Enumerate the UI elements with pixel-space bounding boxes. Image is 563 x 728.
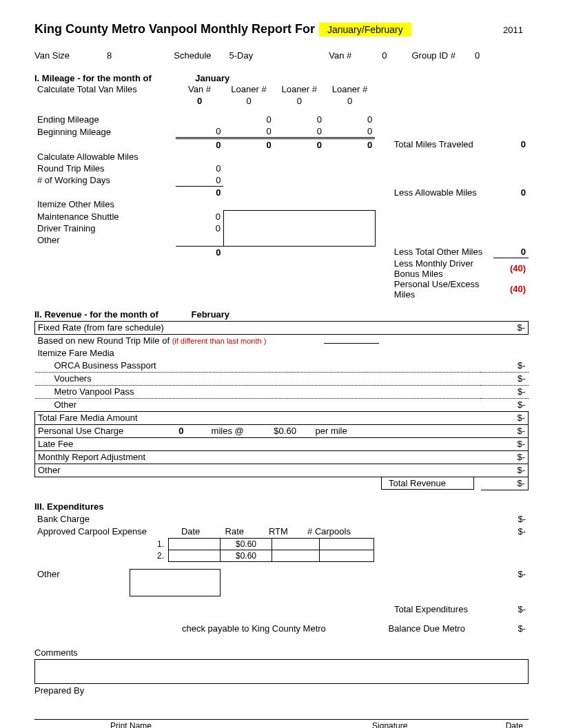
row2-rate: $0.60 — [221, 550, 272, 561]
miles-at-label: miles @ — [212, 426, 244, 436]
col-loaner-2: Loaner # — [274, 83, 325, 95]
sum-l1: 0 — [223, 138, 274, 152]
beg-l3: 0 — [325, 125, 375, 138]
rtm-col: RTM — [258, 526, 299, 537]
orca-amt: $- — [481, 360, 528, 373]
excess-val: (40) — [493, 279, 529, 300]
less-allow-label: Less Allowable Miles — [391, 187, 493, 199]
row1-num: 1. — [154, 538, 169, 550]
schedule-value: 5-Day — [229, 50, 254, 61]
mileage-table: Calculate Total Van Miles Van # Loaner #… — [34, 83, 529, 300]
personal-label: Personal Use Charge — [38, 426, 123, 436]
ending-label: Ending Mileage — [34, 114, 176, 125]
pass-label: Metro Vanpool Pass — [35, 385, 482, 398]
schedule-label: Schedule — [174, 50, 211, 61]
exp-other-label: Other — [37, 569, 127, 579]
bank-amt: $- — [482, 513, 529, 526]
per-mile-label: per mile — [316, 426, 347, 436]
group-id-label: Group ID # — [411, 50, 455, 61]
revenue-table: Fixed Rate (from fare schedule) $- Based… — [34, 321, 529, 490]
rtm-label: Round Trip Miles — [34, 163, 176, 174]
total-exp-label: Total Expenditures — [34, 603, 482, 616]
fare-other-label: Other — [35, 398, 482, 411]
driver-val: 0 — [176, 222, 224, 234]
prepared-label: Prepared By — [34, 685, 529, 696]
revenue-heading: II. Revenue - for the month of — [34, 309, 158, 320]
late-label: Late Fee — [35, 437, 482, 450]
col-loaner-1: Loaner # — [223, 83, 274, 95]
carpools-col: # Carpools — [302, 526, 357, 537]
vouchers-label: Vouchers — [35, 372, 482, 385]
less-allow-val: 0 — [493, 187, 529, 199]
beg-l1: 0 — [223, 125, 274, 138]
end-l1: 0 — [223, 114, 274, 125]
wdays-label: # of Working Days — [34, 174, 176, 187]
revenue-month: February — [191, 309, 229, 320]
exp-table: Bank Charge $- Approved Carpool Expense … — [34, 513, 529, 635]
total-fare-amt: $- — [481, 411, 528, 424]
rtm-val: 0 — [176, 163, 224, 174]
info-row: Van Size 8 Schedule 5-Day Van # 0 Group … — [34, 50, 529, 61]
calc-allow-label: Calculate Allowable Miles — [34, 151, 176, 163]
comments-box[interactable] — [34, 659, 529, 684]
adj-amt: $- — [481, 450, 528, 464]
fare-other-amt: $- — [481, 398, 528, 411]
itemize-fare-label: Itemize Fare Media — [35, 347, 529, 360]
bank-label: Bank Charge — [34, 513, 482, 526]
maint-label: Maintenance Shuttle — [34, 211, 176, 222]
beg-l2: 0 — [274, 125, 325, 138]
date-label: Date — [506, 721, 523, 729]
report-period: January/February — [319, 23, 411, 37]
sum-l2: 0 — [274, 138, 325, 152]
exp-other-box[interactable] — [130, 569, 221, 596]
van-size-label: Van Size — [34, 50, 70, 61]
sum-van: 0 — [176, 138, 224, 152]
total-exp-amt: $- — [482, 603, 529, 616]
adj-label: Monthly Report Adjustment — [35, 450, 482, 464]
end-l2: 0 — [274, 114, 325, 125]
section-mileage: I. Mileage - for the month of January — [34, 73, 529, 83]
bonus-label: Less Monthly Driver Bonus Miles — [391, 258, 493, 279]
bonus-val: (40) — [493, 258, 529, 279]
less-other-val: 0 — [493, 246, 529, 258]
beg-van: 0 — [176, 125, 224, 138]
late-amt: $- — [481, 437, 528, 450]
wdays-sum: 0 — [176, 187, 224, 199]
total-rev-amt: $- — [481, 477, 528, 490]
excess-label: Personal Use/Excess Miles — [391, 279, 493, 300]
rev-other-label: Other — [35, 464, 482, 477]
diff-note: (if different than last month ) — [172, 337, 267, 345]
group-id-value: 0 — [475, 50, 480, 61]
approved-amt: $- — [482, 526, 529, 538]
signature-row: Print Name Signature Date — [34, 721, 529, 729]
end-l3: 0 — [325, 114, 375, 125]
van-num-label: Van # — [329, 50, 351, 61]
signature-label: Signature — [372, 721, 407, 729]
fixed-rate-amt: $- — [481, 321, 528, 334]
row2-num: 2. — [154, 550, 169, 561]
balance-label: Balance Due Metro — [389, 623, 465, 634]
signature-line[interactable] — [34, 700, 529, 720]
report-title: King County Metro Vanpool Monthly Report… — [34, 22, 315, 37]
orca-label: ORCA Business Passport — [35, 360, 482, 373]
wdays-val: 0 — [176, 174, 224, 187]
maint-val: 0 — [176, 211, 224, 222]
print-name-label: Print Name — [110, 721, 152, 729]
section-revenue: II. Revenue - for the month of February — [34, 309, 529, 320]
comments-label: Comments — [34, 647, 529, 658]
begin-label: Beginning Mileage — [34, 125, 176, 138]
rate-col: Rate — [214, 526, 255, 537]
loaner3-header: 0 — [325, 95, 375, 107]
fixed-rate-label: Fixed Rate (from fare schedule) — [35, 321, 482, 334]
title-row: King County Metro Vanpool Monthly Report… — [34, 22, 529, 37]
van-num-value: 0 — [382, 50, 387, 61]
driver-label: Driver Training — [34, 222, 176, 234]
vouchers-amt: $- — [481, 372, 528, 385]
row1-rate: $0.60 — [221, 538, 272, 550]
loaner2-header: 0 — [274, 95, 325, 107]
van-size-value: 8 — [107, 50, 112, 61]
total-miles-label: Total Miles Traveled — [391, 138, 493, 152]
exp-other-amt: $- — [482, 569, 529, 596]
less-other-label: Less Total Other Miles — [391, 246, 493, 258]
check-label: check payable to King County Metro — [182, 623, 326, 634]
